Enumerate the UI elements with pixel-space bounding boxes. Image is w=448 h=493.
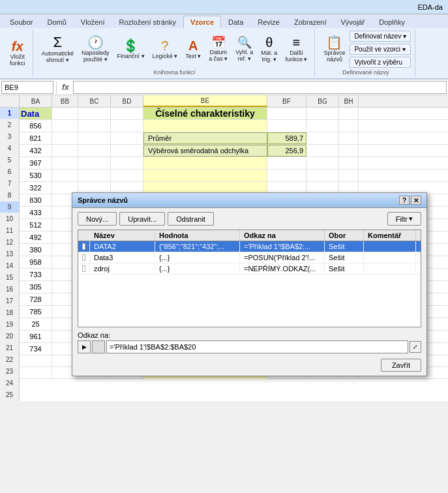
cell-be1[interactable]: Číselné charakteristiky bbox=[143, 108, 267, 119]
tab-domu[interactable]: Domů bbox=[40, 16, 73, 28]
cell-be6[interactable] bbox=[143, 170, 267, 181]
cell-be5[interactable] bbox=[143, 157, 267, 169]
filter-button[interactable]: Filtr ▾ bbox=[387, 212, 421, 226]
cell-ba22[interactable] bbox=[20, 367, 52, 379]
pouzit-ve-vzorci-button[interactable]: Použít ve vzorci ▾ bbox=[350, 44, 411, 55]
cell-bc1[interactable] bbox=[78, 108, 111, 119]
cell-ba16[interactable]: 728 bbox=[20, 293, 52, 305]
cell-bb2[interactable] bbox=[52, 120, 78, 132]
cell-ba17[interactable]: 785 bbox=[20, 306, 52, 318]
cell-ba11[interactable]: 492 bbox=[20, 232, 52, 243]
cell-bf6[interactable] bbox=[267, 170, 306, 181]
cell-be3-pruměr[interactable]: Průměr bbox=[143, 132, 267, 144]
tab-zobrazeni[interactable]: Zobrazení bbox=[287, 16, 334, 28]
dalsi-funkce-button[interactable]: ≡ Dalšífunkce ▾ bbox=[282, 34, 310, 65]
tab-revize[interactable]: Revize bbox=[250, 16, 287, 28]
tab-data[interactable]: Data bbox=[221, 16, 250, 28]
tab-vzorce[interactable]: Vzorce bbox=[183, 16, 221, 28]
cell-bg2[interactable] bbox=[306, 120, 339, 132]
cell-ba14[interactable]: 733 bbox=[20, 269, 52, 280]
cell-ba15[interactable]: 305 bbox=[20, 281, 52, 293]
delete-name-button[interactable]: Odstranit bbox=[168, 212, 214, 226]
tab-vlozeni[interactable]: Vložení bbox=[74, 16, 112, 28]
cell-bc6[interactable] bbox=[78, 170, 111, 181]
fx-button[interactable]: fx bbox=[59, 83, 72, 92]
cell-ba13[interactable]: 958 bbox=[20, 256, 52, 268]
cell-ba8[interactable]: 830 bbox=[20, 194, 52, 206]
tab-soubor[interactable]: Soubor bbox=[3, 16, 40, 28]
definovat-nazev-button[interactable]: Definovat název ▾ bbox=[350, 31, 411, 42]
naposledy-pouzite-button[interactable]: 🕐 Naposledypoužité ▾ bbox=[78, 34, 113, 65]
cell-ba1[interactable]: Data bbox=[20, 108, 52, 119]
cell-bh1[interactable] bbox=[339, 108, 359, 119]
cell-bc3[interactable] bbox=[78, 132, 111, 144]
cell-bf1[interactable] bbox=[267, 108, 306, 119]
edit-name-button[interactable]: Upravit... bbox=[119, 212, 165, 226]
cell-be2[interactable] bbox=[143, 120, 267, 132]
formula-input[interactable] bbox=[73, 81, 447, 94]
cell-bg1[interactable] bbox=[306, 108, 339, 119]
cell-bb6[interactable] bbox=[52, 170, 78, 181]
cell-ba18[interactable]: 25 bbox=[20, 318, 52, 330]
tab-vyvojar[interactable]: Vývojář bbox=[333, 16, 372, 28]
cell-ba12[interactable]: 380 bbox=[20, 244, 52, 256]
name-box[interactable] bbox=[1, 81, 53, 94]
tab-rozlozeni[interactable]: Rozložení stránky bbox=[112, 16, 183, 28]
logicke-button[interactable]: ? Logické ▾ bbox=[149, 37, 181, 61]
cell-bh2[interactable] bbox=[339, 120, 359, 132]
text-button[interactable]: A Text ▾ bbox=[182, 37, 204, 61]
cell-bg3[interactable] bbox=[306, 132, 339, 144]
name-row-data3[interactable]: Data3 {...} =POSUN('Příklad 2'!... Sešit bbox=[78, 252, 421, 263]
cell-bf3-pruměr-val[interactable]: 589,7 bbox=[267, 132, 306, 144]
cell-bb5[interactable] bbox=[52, 157, 78, 169]
cell-bg5[interactable] bbox=[306, 157, 339, 169]
cell-bg6[interactable] bbox=[306, 170, 339, 181]
close-dialog-button[interactable]: Zavřít bbox=[381, 359, 421, 372]
cell-bb3[interactable] bbox=[52, 132, 78, 144]
cell-ba3[interactable]: 821 bbox=[20, 132, 52, 144]
cell-be4-vyberova[interactable]: Výběrová směrodatná odchylka bbox=[143, 145, 267, 157]
vlozit-funkci-button[interactable]: fx Vložitfunkci bbox=[7, 38, 29, 68]
cell-bh4[interactable] bbox=[339, 145, 359, 157]
cell-bd2[interactable] bbox=[111, 120, 143, 132]
cell-bb4[interactable] bbox=[52, 145, 78, 157]
name-row-data2[interactable]: DATA2 {"856";"821";"432";... ='Příklad 1… bbox=[78, 241, 421, 252]
cell-bd1[interactable] bbox=[111, 108, 143, 119]
cell-bd4[interactable] bbox=[111, 145, 143, 157]
cell-bc4[interactable] bbox=[78, 145, 111, 157]
dialog-help-button[interactable]: ? bbox=[399, 196, 410, 205]
cell-bh5[interactable] bbox=[339, 157, 359, 169]
cell-bc2[interactable] bbox=[78, 120, 111, 132]
financni-button[interactable]: 💲 Finanční ▾ bbox=[114, 37, 148, 61]
cell-bc5[interactable] bbox=[78, 157, 111, 169]
cell-ba4[interactable]: 432 bbox=[20, 145, 52, 157]
datum-button[interactable]: 📅 Datuma čas ▾ bbox=[205, 35, 231, 64]
cell-bg4[interactable] bbox=[306, 145, 339, 157]
ref-input[interactable] bbox=[106, 340, 408, 353]
ref-expand-button[interactable]: ⤢ bbox=[410, 341, 421, 353]
dialog-close-button[interactable]: ✕ bbox=[411, 196, 421, 205]
cell-ba9[interactable]: 433 bbox=[20, 207, 52, 218]
cell-ba20[interactable]: 734 bbox=[20, 343, 52, 355]
cell-bh3[interactable] bbox=[339, 132, 359, 144]
cell-bf2[interactable] bbox=[267, 120, 306, 132]
cell-bh6[interactable] bbox=[339, 170, 359, 181]
ref-nav-left-button[interactable]: ▶ bbox=[78, 340, 91, 353]
cell-bb1[interactable] bbox=[52, 108, 78, 119]
cell-bd5[interactable] bbox=[111, 157, 143, 169]
cell-ba7[interactable]: 322 bbox=[20, 182, 52, 194]
cell-ba10[interactable]: 512 bbox=[20, 219, 52, 231]
vytvorit-z-vyberu-button[interactable]: Vytvořit z výběru bbox=[350, 57, 411, 68]
cell-ba19[interactable]: 961 bbox=[20, 331, 52, 342]
spravce-nazvu-button[interactable]: 📋 Správcenázvů bbox=[320, 34, 348, 65]
cell-ba2[interactable]: 856 bbox=[20, 120, 52, 132]
vyhledavani-button[interactable]: 🔍 Vyhl. aref. ▾ bbox=[232, 35, 256, 64]
cell-ba21[interactable] bbox=[20, 355, 52, 367]
matematika-button[interactable]: θ Mat. atrig. ▾ bbox=[258, 34, 280, 65]
cell-bf5[interactable] bbox=[267, 157, 306, 169]
cell-bf4-vyberova-val[interactable]: 256,9 bbox=[267, 145, 306, 157]
cell-bd3[interactable] bbox=[111, 132, 143, 144]
cell-bd6[interactable] bbox=[111, 170, 143, 181]
tab-doplnky[interactable]: Doplňky bbox=[372, 16, 412, 28]
name-row-zdroj[interactable]: zdroj {...} =NEPŘÍMÝ.ODKAZ(... Sešit bbox=[78, 263, 421, 275]
